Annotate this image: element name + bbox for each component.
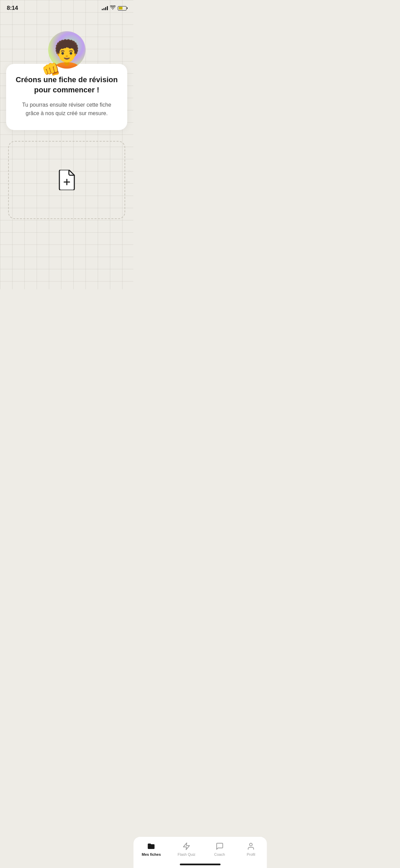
battery-fill [119,7,123,10]
wifi-icon [110,5,116,11]
status-icons [102,5,127,11]
avatar-area: 🧑‍🦱 👊 [45,28,89,72]
main-content: 🧑‍🦱 👊 Créons une fiche de révision pour … [0,14,133,289]
screen: 8:14 [0,0,133,289]
fist-emoji: 👊 [41,60,61,79]
file-drop-zone[interactable] [8,141,125,219]
status-time: 8:14 [7,5,18,12]
add-file-icon [58,170,76,190]
battery-icon [118,6,127,11]
bubble-title: Créons une fiche de révision pour commen… [16,75,118,95]
signal-icon [102,6,108,10]
speech-bubble: Créons une fiche de révision pour commen… [6,64,127,130]
bubble-subtitle: Tu pourras ensuite réviser cette fiche g… [16,101,118,118]
status-bar: 8:14 [0,0,133,14]
